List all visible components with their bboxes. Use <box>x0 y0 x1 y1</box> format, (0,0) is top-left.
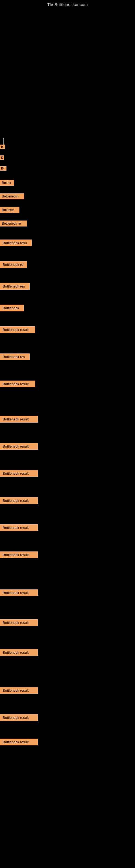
result-row: Bottleneck result <box>0 380 35 388</box>
result-badge[interactable]: B4 <box>0 166 6 170</box>
result-row: Bottleneck result <box>0 442 38 451</box>
result-badge[interactable]: Bottleneck result <box>0 714 38 721</box>
result-row: Bottleneck result <box>0 618 38 627</box>
result-badge[interactable]: Bottleneck result <box>0 416 38 423</box>
result-row: Bottleneck result <box>0 469 38 478</box>
result-row: Bottler <box>0 179 14 187</box>
site-title-text: TheBottlenecker.com <box>0 0 135 8</box>
result-row: Bottleneck result <box>0 738 38 746</box>
result-badge[interactable]: Bottleneck result <box>0 619 38 626</box>
result-badge[interactable]: E <box>0 155 4 160</box>
result-badge[interactable]: Bottleneck resu <box>0 240 32 246</box>
result-badge[interactable]: Bottleneck result <box>0 470 38 477</box>
result-badge[interactable]: Bottleneck r <box>0 193 24 199</box>
site-title: TheBottlenecker.com <box>0 0 135 8</box>
result-row: E <box>0 155 4 161</box>
result-row: B <box>0 144 5 150</box>
result-row: Bottleneck result <box>0 648 38 657</box>
result-badge[interactable]: Bottleneck res <box>0 283 30 290</box>
result-badge[interactable]: Bottlene <box>0 207 19 213</box>
result-badge[interactable]: Bottleneck result <box>0 687 38 694</box>
result-badge[interactable]: Bottleneck res <box>0 353 30 360</box>
result-row: Bottleneck <box>0 304 24 312</box>
result-row: Bottleneck result <box>0 415 38 424</box>
result-row: Bottleneck re <box>0 260 27 269</box>
result-badge[interactable]: Bottleneck result <box>0 380 35 388</box>
result-badge[interactable]: Bottleneck result <box>0 443 38 450</box>
result-row: Bottleneck result <box>0 713 38 722</box>
result-row: Bottleneck result <box>0 524 38 532</box>
result-badge[interactable]: Bottleneck result <box>0 552 38 558</box>
result-badge[interactable]: Bottleneck <box>0 305 24 311</box>
result-row: Bottleneck result <box>0 686 38 695</box>
result-row: Bottleneck res <box>0 282 30 290</box>
result-row: Bottleneck result <box>0 589 38 597</box>
result-row: Bottleneck re <box>0 220 27 227</box>
result-badge[interactable]: Bottleneck result <box>0 649 38 656</box>
result-badge[interactable]: Bottleneck result <box>0 589 38 596</box>
result-badge[interactable]: Bottleneck result <box>0 524 38 531</box>
result-row: Bottleneck resu <box>0 239 32 247</box>
result-badge[interactable]: Bottleneck re <box>0 261 27 268</box>
result-row: Bottleneck res <box>0 352 30 361</box>
result-badge[interactable]: B <box>0 145 5 149</box>
result-badge[interactable]: Bottleneck result <box>0 739 38 745</box>
result-badge[interactable]: Bottler <box>0 180 14 186</box>
result-row: B4 <box>0 165 6 172</box>
result-badge[interactable]: Bottleneck result <box>0 497 38 504</box>
result-row: Bottleneck result <box>0 326 35 334</box>
result-row: Bottlene <box>0 206 19 214</box>
results-container <box>0 138 135 144</box>
result-badge[interactable]: Bottleneck re <box>0 220 27 226</box>
result-row: Bottleneck result <box>0 496 38 505</box>
result-badge[interactable]: Bottleneck result <box>0 326 35 333</box>
top-area <box>0 8 135 138</box>
result-row: Bottleneck r <box>0 193 24 200</box>
result-row: Bottleneck result <box>0 551 38 559</box>
